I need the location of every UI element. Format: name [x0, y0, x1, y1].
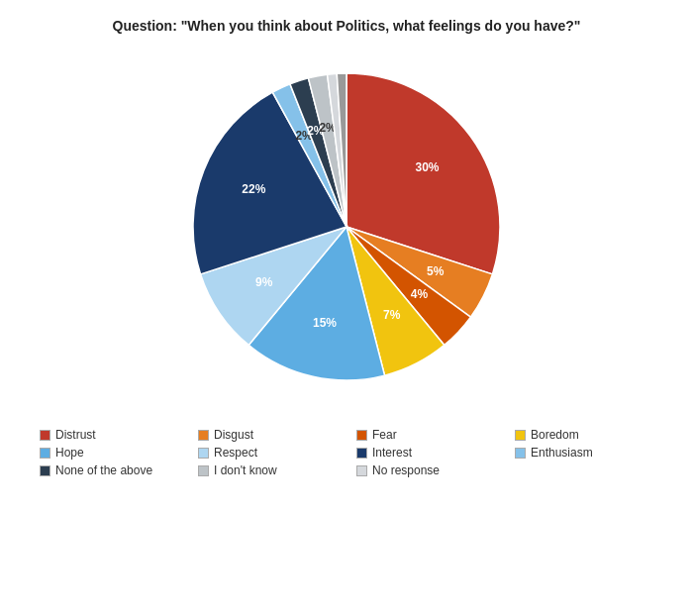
legend-item-	[515, 463, 673, 477]
legend-item-distrust: Distrust	[40, 428, 198, 442]
legend-label: Interest	[372, 446, 412, 460]
legend-label: No response	[372, 463, 440, 477]
chart-title: Question: "When you think about Politics…	[113, 18, 581, 34]
legend-item-fear: Fear	[356, 428, 515, 442]
pie-label-hope: 15%	[313, 316, 337, 330]
legend-label: Disgust	[214, 428, 253, 442]
legend-color-box	[515, 430, 526, 441]
pie-label-respect: 9%	[255, 275, 273, 289]
legend-item-i-don't-know: I don't know	[198, 463, 356, 477]
legend-label: Hope	[55, 446, 84, 460]
legend-item-no-response: No response	[356, 463, 515, 477]
legend-item-respect: Respect	[198, 446, 356, 460]
pie-label-distrust: 30%	[415, 160, 439, 174]
legend-color-box	[40, 448, 50, 459]
legend-color-box	[515, 465, 526, 476]
pie-chart-area: 30%5%4%7%15%9%22%2%2%2%	[139, 44, 554, 420]
legend-color-box	[198, 465, 209, 476]
legend-label: Distrust	[55, 428, 96, 442]
legend-color-box	[515, 448, 526, 459]
pie-label-fear: 4%	[411, 287, 429, 301]
legend-item-disgust: Disgust	[198, 428, 356, 442]
legend: DistrustDisgustFearBoredomHopeRespectInt…	[20, 428, 673, 477]
legend-color-box	[198, 448, 209, 459]
legend-color-box	[40, 430, 50, 441]
legend-item-interest: Interest	[356, 446, 515, 460]
legend-label: Fear	[372, 428, 397, 442]
legend-color-box	[198, 430, 209, 441]
legend-color-box	[356, 448, 367, 459]
legend-item-enthusiasm: Enthusiasm	[515, 446, 673, 460]
pie-label-boredom: 7%	[383, 308, 401, 322]
legend-label: I don't know	[214, 463, 277, 477]
pie-chart-svg: 30%5%4%7%15%9%22%2%2%2%	[139, 44, 554, 420]
legend-label: Enthusiasm	[531, 446, 593, 460]
legend-item-boredom: Boredom	[515, 428, 673, 442]
legend-item-none-of-the-above: None of the above	[40, 463, 198, 477]
legend-label: None of the above	[55, 463, 152, 477]
legend-color-box	[356, 430, 367, 441]
legend-color-box	[356, 465, 367, 476]
legend-label: Boredom	[531, 428, 579, 442]
legend-color-box	[40, 465, 50, 476]
legend-item-hope: Hope	[40, 446, 198, 460]
pie-label-interest: 22%	[242, 182, 265, 196]
pie-label-disgust: 5%	[427, 264, 445, 278]
legend-label: Respect	[214, 446, 257, 460]
